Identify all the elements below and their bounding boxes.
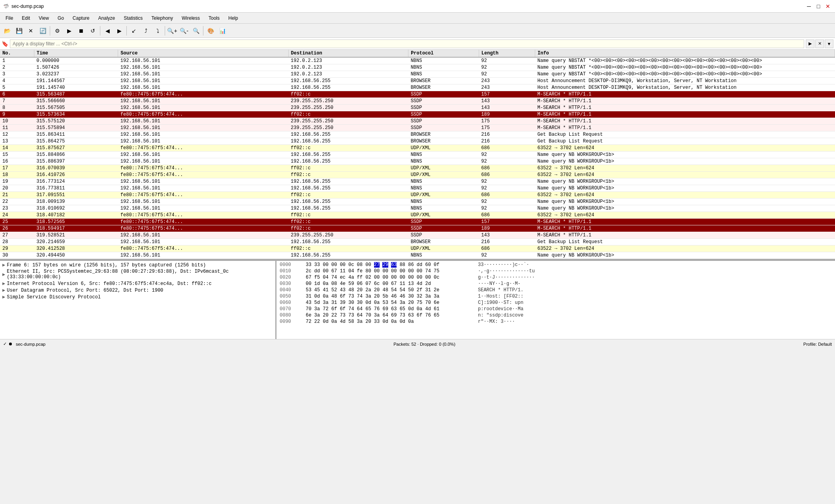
table-row[interactable]: 30320.494450192.168.56.101192.168.56.255… [0, 252, 835, 259]
table-row[interactable]: 21.507426192.168.56.101192.0.2.123NBNS92… [0, 64, 835, 71]
goto-button[interactable]: ↙ [128, 25, 139, 36]
menu-view[interactable]: View [35, 14, 53, 22]
menu-file[interactable]: File [2, 14, 17, 22]
table-row[interactable]: 5191.145740192.168.56.101192.168.56.255B… [0, 84, 835, 91]
menu-go[interactable]: Go [54, 14, 68, 22]
table-row[interactable]: 21317.091551fe80::7475:67f5:474...ff02::… [0, 192, 835, 199]
cell-destination: 192.168.56.255 [288, 152, 408, 158]
restart-capture-button[interactable]: ↺ [87, 25, 98, 36]
detail-row[interactable]: ▶Ethernet II, Src: PCSSystemtec_29:63:88… [1, 268, 275, 280]
table-row[interactable]: 20316.773811192.168.56.101192.168.56.255… [0, 185, 835, 192]
filter-expand-button[interactable]: ▼ [825, 39, 833, 48]
table-row[interactable]: 12315.863411192.168.56.101192.168.56.255… [0, 131, 835, 138]
cell-no: 28 [0, 239, 34, 245]
cell-protocol: NBNS [408, 178, 479, 185]
table-row[interactable]: 22318.009139192.168.56.101192.168.56.255… [0, 199, 835, 205]
cell-info: Get Backup List Request [535, 239, 835, 245]
table-row[interactable]: 14315.875627fe80::7475:67f5:474...ff02::… [0, 145, 835, 152]
col-length[interactable]: Length [479, 50, 535, 57]
hex-offset: 0050 [280, 294, 299, 299]
table-row[interactable]: 24318.407182fe80::7475:67f5:474...ff02::… [0, 212, 835, 219]
table-row[interactable]: 10315.575120192.168.56.101239.255.255.25… [0, 118, 835, 125]
table-row[interactable]: 4191.144567192.168.56.101192.168.56.255B… [0, 78, 835, 84]
cell-destination: ff02::c [288, 91, 408, 98]
table-row[interactable]: 16315.886397192.168.56.101192.168.56.255… [0, 158, 835, 165]
back-button[interactable]: ◀ [102, 25, 113, 36]
menu-statistics[interactable]: Statistics [120, 14, 147, 22]
table-row[interactable]: 18316.410726fe80::7475:67f5:474...ff02::… [0, 172, 835, 178]
table-row[interactable]: 10.000000192.168.56.101192.0.2.123NBNS92… [0, 57, 835, 64]
detail-row[interactable]: ▶User Datagram Protocol, Src Port: 65022… [1, 287, 275, 294]
menu-telephony[interactable]: Telephony [147, 14, 177, 22]
forward-button[interactable]: ▶ [114, 25, 125, 36]
table-row[interactable]: 23318.010692192.168.56.101192.168.56.255… [0, 205, 835, 212]
table-row[interactable]: 28320.214659192.168.56.101192.168.56.255… [0, 239, 835, 245]
table-row[interactable]: 7315.566660192.168.56.101239.255.255.250… [0, 98, 835, 105]
menu-capture[interactable]: Capture [69, 14, 94, 22]
cell-no: 7 [0, 98, 34, 105]
table-row[interactable]: 26318.594917fe80::7475:67f5:474...ff02::… [0, 225, 835, 232]
filter-bookmark-icon[interactable]: 🔖 [2, 41, 8, 47]
table-row[interactable]: 8315.567505192.168.56.101239.255.255.250… [0, 105, 835, 111]
cell-time: 191.145740 [34, 84, 118, 91]
cell-protocol: NBNS [408, 57, 479, 64]
col-source[interactable]: Source [118, 50, 288, 57]
detail-row[interactable]: ▶Simple Service Discovery Protocol [1, 294, 275, 300]
close-button[interactable]: ✕ [824, 2, 832, 10]
minimize-button[interactable]: ─ [805, 2, 813, 10]
table-row[interactable]: 9315.573634fe80::7475:67f5:474...ff02::c… [0, 111, 835, 118]
cell-destination: 239.255.255.250 [288, 232, 408, 239]
table-row[interactable]: 13315.864275192.168.56.101192.168.56.255… [0, 138, 835, 145]
start-capture-button[interactable]: ▶ [64, 25, 75, 36]
filter-apply-button[interactable]: ▶ [806, 39, 814, 48]
col-info[interactable]: Info [535, 50, 835, 57]
menu-tools[interactable]: Tools [205, 14, 224, 22]
filter-input[interactable] [10, 39, 804, 48]
stop-capture-button[interactable]: ⏹ [75, 25, 87, 36]
save-button[interactable]: 💾 [13, 25, 24, 36]
cell-time: 316.070039 [34, 165, 118, 172]
table-row[interactable]: 25318.572565fe80::7475:67f5:474...ff02::… [0, 219, 835, 225]
table-row[interactable]: 27319.528521192.168.56.101239.255.255.25… [0, 232, 835, 239]
col-time[interactable]: Time [34, 50, 118, 57]
cell-protocol: SSDP [408, 118, 479, 125]
cell-destination: 239.255.255.250 [288, 105, 408, 111]
detail-row[interactable]: ▶Internet Protocol Version 6, Src: fe80:… [1, 280, 275, 287]
open-file-button[interactable]: 📂 [2, 25, 13, 36]
io-graph-button[interactable]: 📊 [217, 25, 228, 36]
menu-edit[interactable]: Edit [18, 14, 34, 22]
capture-options-button[interactable]: ⚙ [52, 25, 63, 36]
cell-no: 5 [0, 84, 34, 91]
menu-help[interactable]: Help [224, 14, 242, 22]
menu-wireless[interactable]: Wireless [178, 14, 204, 22]
maximize-button[interactable]: □ [814, 2, 822, 10]
col-destination[interactable]: Destination [288, 50, 408, 57]
detail-row[interactable]: ▶Frame 6: 157 bytes on wire (1256 bits),… [1, 262, 275, 268]
detail-arrow: ▶ [2, 272, 5, 277]
zoom-reset-button[interactable]: 🔍 [190, 25, 201, 36]
colorize-button[interactable]: 🎨 [205, 25, 216, 36]
filter-clear-button[interactable]: ✕ [815, 39, 824, 48]
scroll-to-bottom-button[interactable]: ⤵ [152, 25, 163, 36]
scroll-to-top-button[interactable]: ⤴ [140, 25, 151, 36]
status-packets-info: Packets: 52 · Dropped: 0 (0.0%) [393, 342, 455, 347]
table-row[interactable]: 15315.884866192.168.56.101192.168.56.255… [0, 152, 835, 158]
table-row[interactable]: 33.023237192.168.56.101192.0.2.123NBNS92… [0, 71, 835, 78]
packet-table: No. Time Source Destination Protocol Len… [0, 50, 835, 259]
cell-destination: ff02::c [288, 165, 408, 172]
table-row[interactable]: 19316.773124192.168.56.101192.168.56.255… [0, 178, 835, 185]
table-row[interactable]: 11315.575894192.168.56.101239.255.255.25… [0, 125, 835, 131]
table-row[interactable]: 17316.070039fe80::7475:67f5:474...ff02::… [0, 165, 835, 172]
zoom-in-button[interactable]: 🔍+ [167, 25, 178, 36]
close-capture-button[interactable]: ✕ [25, 25, 36, 36]
menu-analyze[interactable]: Analyze [94, 14, 119, 22]
cell-length: 92 [479, 71, 535, 78]
zoom-out-button[interactable]: 🔍- [179, 25, 190, 36]
table-row[interactable]: 29320.412528fe80::7475:67f5:474...ff02::… [0, 245, 835, 252]
col-no[interactable]: No. [0, 50, 34, 57]
col-protocol[interactable]: Protocol [408, 50, 479, 57]
packet-list-scroll[interactable]: No. Time Source Destination Protocol Len… [0, 50, 835, 259]
cell-time: 316.410726 [34, 172, 118, 178]
table-row[interactable]: 6315.563487fe80::7475:67f5:474...ff02::c… [0, 91, 835, 98]
reload-button[interactable]: 🔄 [37, 25, 48, 36]
